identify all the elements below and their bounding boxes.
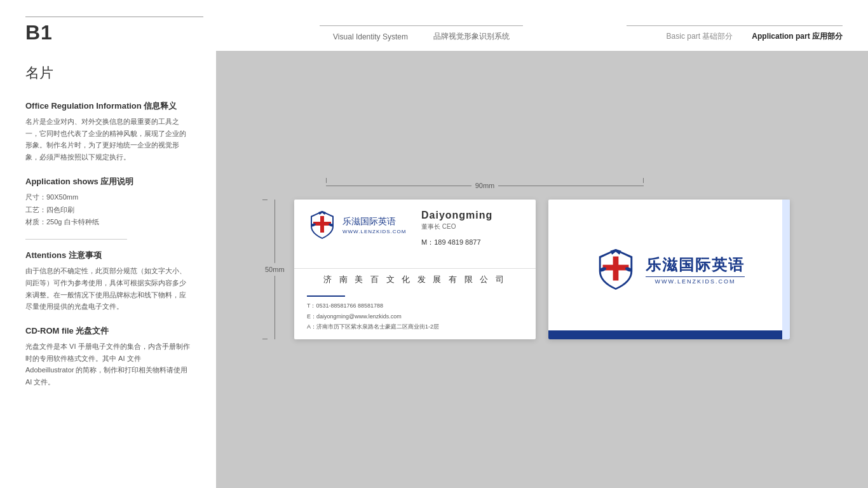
header-right-labels: Basic part 基础部分 Application part 应用部分 xyxy=(667,31,843,42)
attentions-heading: Attentions 注意事项 xyxy=(25,250,191,261)
spec-material: 材质：250g 白卡特种纸 xyxy=(25,216,191,229)
header-right-rule xyxy=(627,25,843,26)
divider xyxy=(25,239,127,240)
logo-emblem-back xyxy=(593,247,638,292)
card-back-logo: 乐滋国际英语 WWW.LENZKIDS.COM xyxy=(593,247,745,292)
header-center: Visual Identity System 品牌视觉形象识别系统 xyxy=(241,25,601,44)
cdrom-text: 光盘文件是本 VI 手册电子文件的集合，内含手册制作时的专用软件格式文件。其中 … xyxy=(25,341,191,388)
card-back-right-bar xyxy=(782,200,790,339)
logo-emblem xyxy=(307,210,337,240)
card-back-blue-bar xyxy=(548,330,790,339)
dim-90mm-annotation: 90mm xyxy=(326,182,644,189)
business-card-front: 乐滋国际英语 WWW.LENZKIDS.COM Daiyongming 董事长 … xyxy=(294,200,536,339)
person-phone: M：189 4819 8877 xyxy=(421,238,523,247)
header-right: Basic part 基础部分 Application part 应用部分 xyxy=(601,25,843,44)
cdrom-heading: CD-ROM file 光盘文件 xyxy=(25,325,191,337)
info-text: 名片是企业对内、对外交换信息的最重要的工具之一，它同时也代表了企业的精神风貌，展… xyxy=(25,116,191,163)
logo-text: 乐滋国际英语 WWW.LENZKIDS.COM xyxy=(342,216,406,234)
section-title: 名片 xyxy=(25,64,191,88)
header-center-rule xyxy=(320,25,523,26)
svg-rect-1 xyxy=(313,222,331,226)
card-company-name: 济 南 美 百 文 化 发 展 有 限 公 司 xyxy=(294,268,536,290)
dim-90mm-label: 90mm xyxy=(471,182,499,189)
page-header: B1 Visual Identity System 品牌视觉形象识别系统 Bas… xyxy=(0,0,868,51)
spec-size: 尺寸：90X50mm xyxy=(25,191,191,204)
card-wrapper: 90mm 50mm xyxy=(294,200,790,339)
back-logo-url: WWW.LENZKIDS.COM xyxy=(646,276,745,285)
back-logo-text: 乐滋国际英语 WWW.LENZKIDS.COM xyxy=(646,255,745,285)
card-address: A：济南市历下区紫水泉路名士豪庭二区商业街1-2层 xyxy=(307,322,523,332)
main-content: 名片 Office Regulation Information 信息释义 名片… xyxy=(0,51,868,488)
card-accent-line xyxy=(307,295,345,297)
person-name: Daiyongming xyxy=(421,210,523,221)
vi-label-en: Visual Identity System xyxy=(333,32,408,41)
vi-label-zh: 品牌视觉形象识别系统 xyxy=(433,31,510,42)
person-title: 董事长 CEO xyxy=(421,222,523,231)
dim-top-tick xyxy=(262,200,268,200)
business-card-back: 乐滋国际英语 WWW.LENZKIDS.COM xyxy=(548,200,790,339)
cards-container: 乐滋国际英语 WWW.LENZKIDS.COM Daiyongming 董事长 … xyxy=(294,200,790,339)
right-panel: 90mm 50mm xyxy=(216,51,868,488)
dim-bottom-tick xyxy=(262,339,268,339)
header-top-rule xyxy=(25,17,203,17)
card-logo-area: 乐滋国际英语 WWW.LENZKIDS.COM xyxy=(307,210,421,240)
svg-rect-6 xyxy=(603,265,629,271)
logo-brand-zh: 乐滋国际英语 xyxy=(342,216,406,227)
card-email: E：daiyongming@www.lenzkids.com xyxy=(307,311,523,322)
application-part-label: Application part 应用部分 xyxy=(752,31,843,42)
card-person-info: Daiyongming 董事长 CEO M：189 4819 8877 xyxy=(421,210,523,247)
logo-url: WWW.LENZKIDS.COM xyxy=(342,229,406,234)
app-shows-heading: Application shows 应用说明 xyxy=(25,176,191,187)
left-panel: 名片 Office Regulation Information 信息释义 名片… xyxy=(0,51,216,488)
card-bottom-info: T：0531-88581766 88581788 E：daiyongming@w… xyxy=(294,290,536,339)
page-code: B1 xyxy=(25,21,53,44)
header-center-labels: Visual Identity System 品牌视觉形象识别系统 xyxy=(333,31,510,42)
basic-part-label: Basic part 基础部分 xyxy=(667,31,733,42)
dim-right-tick xyxy=(643,178,644,183)
header-left: B1 xyxy=(25,17,241,44)
spec-craft: 工艺：四色印刷 xyxy=(25,204,191,217)
dim-50mm-label: 50mm xyxy=(265,263,285,276)
card-tel: T：0531-88581766 88581788 xyxy=(307,301,523,311)
dim-left-tick xyxy=(326,178,327,183)
dim-50mm-annotation: 50mm xyxy=(265,200,285,339)
attentions-text: 由于信息的不确定性，此页部分规范（如文字大小、间距等）可作为参考使用，具体可根据… xyxy=(25,265,191,313)
card-top: 乐滋国际英语 WWW.LENZKIDS.COM Daiyongming 董事长 … xyxy=(294,200,536,268)
info-heading: Office Regulation Information 信息释义 xyxy=(25,100,191,112)
back-brand-name: 乐滋国际英语 xyxy=(646,255,745,275)
